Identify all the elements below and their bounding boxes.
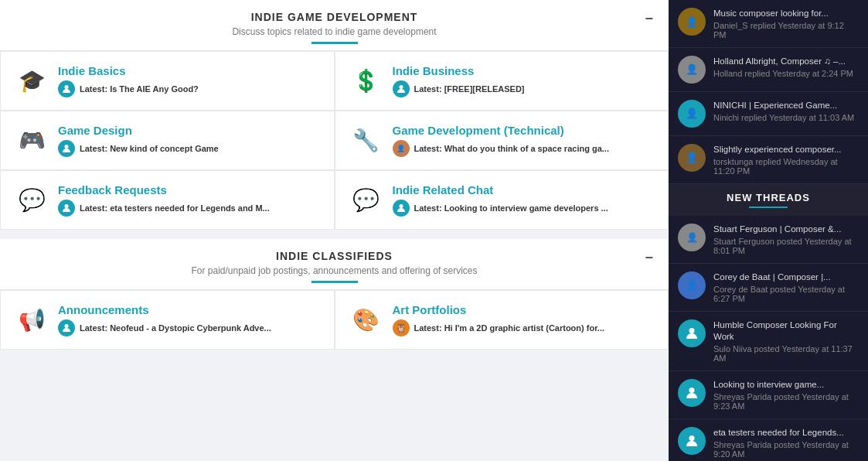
recent-post-1[interactable]: 👤 Holland Albright, Composer ♫ –... Holl… — [669, 48, 868, 92]
forum-meta-game-design: Game Design Latest: New kind of concept … — [58, 124, 318, 157]
forum-latest-announcements: Latest: Neofeud - a Dystopic Cyberpunk A… — [58, 319, 318, 336]
nt-title-4: eta testers needed for Legends... — [713, 427, 859, 439]
forum-item-indie-basics[interactable]: 🎓 Indie Basics Latest: Is The AIE Any Go… — [0, 51, 335, 111]
forum-item-indie-chat[interactable]: 💬 Indie Related Chat Latest: Looking to … — [335, 170, 669, 230]
rp-text-1: Holland Albright, Composer ♫ –... Hollan… — [713, 56, 859, 78]
forum-name-game-design[interactable]: Game Design — [58, 124, 318, 137]
recent-post-0[interactable]: 👤 Music composer looking for... Daniel_S… — [669, 0, 868, 48]
forum-meta-announcements: Announcements Latest: Neofeud - a Dystop… — [58, 303, 318, 336]
nt-meta-1: Corey de Baat posted Yesterday at 6:27 P… — [713, 285, 859, 303]
rp-avatar-0: 👤 — [678, 8, 706, 36]
svg-point-1 — [399, 85, 403, 89]
nt-title-1: Corey de Baat | Composer |... — [713, 271, 859, 283]
svg-point-5 — [65, 324, 69, 328]
forum-latest-game-design: Latest: New kind of concept Game — [58, 140, 318, 157]
nt-text-3: Looking to interview game... Shreyas Par… — [713, 379, 859, 411]
indie-classifieds-header: INDIE CLASSIFIEDS For paid/unpaid job po… — [0, 239, 669, 290]
forum-item-announcements[interactable]: 📢 Announcements Latest: Neofeud - a Dyst… — [0, 290, 335, 350]
rp-title-0: Music composer looking for... — [713, 8, 859, 19]
rp-meta-0: Daniel_S replied Yesterday at 9:12 PM — [713, 21, 859, 39]
nt-text-1: Corey de Baat | Composer |... Corey de B… — [713, 271, 859, 303]
nt-text-2: Humble Composer Looking For Work Sulo Ni… — [713, 319, 859, 363]
forum-latest-text-indie-business: Latest: [FREE][RELEASED] — [414, 84, 525, 94]
forum-latest-text-indie-basics: Latest: Is The AIE Any Good? — [80, 84, 199, 94]
nt-item-0[interactable]: 👤 Stuart Ferguson | Composer &... Stuart… — [669, 216, 868, 264]
rp-text-0: Music composer looking for... Daniel_S r… — [713, 8, 859, 39]
forum-icon-indie-chat: 💬 — [351, 187, 382, 213]
indie-game-dev-subtitle: Discuss topics related to indie game dev… — [15, 26, 653, 37]
svg-point-8 — [689, 435, 695, 441]
avatar-feedback — [58, 200, 75, 217]
forum-icon-feedback: 💬 — [16, 187, 47, 213]
forum-meta-art-portfolios: Art Portfolios 🦉 Latest: Hi I'm a 2D gra… — [393, 303, 653, 336]
rp-title-1: Holland Albright, Composer ♫ –... — [713, 56, 859, 67]
forum-meta-game-dev-tech: Game Development (Technical) 👤 Latest: W… — [393, 124, 653, 157]
recent-posts-section: 👤 Music composer looking for... Daniel_S… — [669, 0, 868, 184]
nt-text-0: Stuart Ferguson | Composer &... Stuart F… — [713, 224, 859, 255]
nt-item-1[interactable]: 👤 Corey de Baat | Composer |... Corey de… — [669, 264, 868, 312]
indie-game-dev-collapse-btn[interactable]: − — [645, 11, 653, 27]
forum-latest-text-feedback: Latest: eta testers needed for Legends a… — [80, 203, 270, 213]
main-content: INDIE GAME DEVELOPMENT Discuss topics re… — [0, 0, 669, 461]
forum-latest-text-game-dev-tech: Latest: What do you think of a space rac… — [414, 144, 609, 153]
new-threads-header: NEW THREADS — [669, 184, 868, 216]
svg-point-3 — [65, 204, 69, 208]
forum-latest-text-announcements: Latest: Neofeud - a Dystopic Cyberpunk A… — [80, 323, 271, 333]
forum-name-game-dev-tech[interactable]: Game Development (Technical) — [393, 124, 653, 137]
forum-item-game-dev-tech[interactable]: 🔧 Game Development (Technical) 👤 Latest:… — [335, 111, 669, 170]
indie-classifieds-title: INDIE CLASSIFIEDS — [15, 250, 653, 262]
forum-icon-game-design: 🎮 — [16, 128, 47, 153]
avatar-game-design — [58, 140, 75, 157]
forum-name-indie-chat[interactable]: Indie Related Chat — [393, 183, 653, 196]
svg-point-7 — [689, 388, 695, 393]
right-sidebar: 👤 Music composer looking for... Daniel_S… — [669, 0, 868, 461]
forum-item-game-design[interactable]: 🎮 Game Design Latest: New kind of concep… — [0, 111, 335, 170]
indie-classifieds-underline — [311, 281, 358, 283]
nt-avatar-1: 👤 — [678, 271, 706, 299]
forum-icon-indie-basics: 🎓 — [16, 68, 47, 94]
forum-latest-art-portfolios: 🦉 Latest: Hi I'm a 2D graphic artist (Ca… — [393, 319, 653, 336]
nt-meta-3: Shreyas Parida posted Yesterday at 9:23 … — [713, 392, 859, 411]
forum-name-indie-business[interactable]: Indie Business — [393, 64, 653, 77]
nt-avatar-0: 👤 — [678, 224, 706, 251]
forum-name-feedback[interactable]: Feedback Requests — [58, 183, 318, 196]
avatar-announcements — [58, 319, 75, 336]
nt-avatar-2 — [678, 319, 706, 347]
forum-icon-indie-business: 💲 — [351, 68, 382, 94]
forum-icon-art-portfolios: 🎨 — [351, 307, 382, 333]
forum-meta-feedback: Feedback Requests Latest: eta testers ne… — [58, 183, 318, 217]
nt-item-4[interactable]: eta testers needed for Legends... Shreya… — [669, 419, 868, 461]
rp-meta-2: Ninichi replied Yesterday at 11:03 AM — [713, 113, 859, 122]
indie-game-dev-grid: 🎓 Indie Basics Latest: Is The AIE Any Go… — [0, 51, 669, 230]
indie-game-dev-title: INDIE GAME DEVELOPMENT — [15, 11, 653, 23]
recent-post-3[interactable]: 👤 Slightly experienced composer... torsk… — [669, 136, 868, 184]
rp-avatar-3: 👤 — [678, 144, 706, 172]
rp-text-3: Slightly experienced composer... torsktu… — [713, 144, 859, 176]
forum-latest-text-art-portfolios: Latest: Hi I'm a 2D graphic artist (Cart… — [414, 323, 605, 333]
forum-meta-indie-chat: Indie Related Chat Latest: Looking to in… — [393, 183, 653, 217]
forum-latest-indie-chat: Latest: Looking to interview game develo… — [393, 200, 653, 217]
avatar-indie-chat — [393, 200, 410, 217]
forum-latest-feedback: Latest: eta testers needed for Legends a… — [58, 200, 318, 217]
forum-name-indie-basics[interactable]: Indie Basics — [58, 64, 318, 77]
new-threads-title: NEW THREADS — [727, 192, 810, 203]
forum-meta-indie-basics: Indie Basics Latest: Is The AIE Any Good… — [58, 64, 318, 97]
indie-classifieds-collapse-btn[interactable]: − — [645, 250, 653, 266]
forum-latest-text-game-design: Latest: New kind of concept Game — [80, 144, 219, 153]
indie-game-dev-underline — [311, 42, 358, 44]
nt-item-2[interactable]: Humble Composer Looking For Work Sulo Ni… — [669, 312, 868, 371]
nt-item-3[interactable]: Looking to interview game... Shreyas Par… — [669, 371, 868, 419]
forum-item-indie-business[interactable]: 💲 Indie Business Latest: [FREE][RELEASED… — [335, 51, 669, 111]
forum-item-feedback[interactable]: 💬 Feedback Requests Latest: eta testers … — [0, 170, 335, 230]
rp-title-2: NINICHI | Experienced Game... — [713, 100, 859, 111]
indie-classifieds-grid: 📢 Announcements Latest: Neofeud - a Dyst… — [0, 290, 669, 350]
nt-meta-2: Sulo Niiva posted Yesterday at 11:37 AM — [713, 344, 859, 363]
recent-post-2[interactable]: 👤 NINICHI | Experienced Game... Ninichi … — [669, 92, 868, 136]
new-threads-underline — [749, 207, 788, 208]
forum-name-announcements[interactable]: Announcements — [58, 303, 318, 316]
forum-item-art-portfolios[interactable]: 🎨 Art Portfolios 🦉 Latest: Hi I'm a 2D g… — [335, 290, 669, 350]
svg-point-2 — [65, 145, 69, 149]
rp-text-2: NINICHI | Experienced Game... Ninichi re… — [713, 100, 859, 122]
svg-point-4 — [399, 204, 403, 208]
forum-name-art-portfolios[interactable]: Art Portfolios — [393, 303, 653, 316]
